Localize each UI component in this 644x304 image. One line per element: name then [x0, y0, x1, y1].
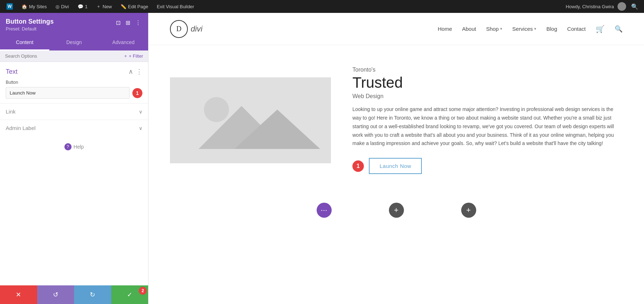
nav-services[interactable]: Services ▾: [512, 26, 537, 32]
search-options-input[interactable]: [5, 53, 121, 59]
nav-shop[interactable]: Shop ▾: [486, 26, 502, 32]
tab-design[interactable]: Design: [49, 35, 99, 50]
svg-point-3: [204, 97, 229, 122]
link-section-row[interactable]: Link ∨: [0, 103, 148, 120]
nav-home[interactable]: Home: [438, 26, 452, 32]
filter-button[interactable]: + + Filter: [124, 53, 143, 59]
panel-expand-btn[interactable]: ⊞: [124, 18, 132, 28]
launch-btn-wrapper: 1 Launch Now: [352, 158, 623, 174]
nav-shop-dropdown-icon: ▾: [500, 26, 502, 31]
admin-search-icon[interactable]: 🔍: [628, 3, 641, 10]
main-layout: Button Settings Preset: Default ⊡ ⊞ ⋮ Co…: [0, 13, 644, 304]
module-add-btn-2[interactable]: +: [461, 203, 476, 218]
button-text-input[interactable]: [6, 87, 130, 99]
admin-label-chevron-icon: ∨: [139, 125, 142, 131]
hero-subtitle: Toronto's: [352, 67, 623, 73]
panel-menu-btn[interactable]: ⋮: [134, 18, 142, 28]
save-button[interactable]: ✓ 2: [111, 285, 148, 304]
site-nav: Home About Shop ▾ Services ▾ Blog Contac: [438, 25, 623, 33]
undo-button[interactable]: ↺: [37, 285, 74, 304]
placeholder-svg: [170, 77, 331, 163]
link-section-label: Link: [6, 108, 16, 115]
panel-header: Button Settings Preset: Default ⊡ ⊞ ⋮: [0, 13, 148, 35]
module-toolbar: ··· + +: [148, 196, 644, 228]
left-panel: Button Settings Preset: Default ⊡ ⊞ ⋮ Co…: [0, 13, 148, 304]
hero-section: Toronto's Trusted Web Design Looking to …: [148, 45, 644, 196]
tab-content[interactable]: Content: [0, 35, 49, 50]
admin-bar-edit-page[interactable]: ✏️ Edit Page: [117, 0, 152, 13]
panel-header-wrapper: Button Settings Preset: Default ⊡ ⊞ ⋮ Co…: [0, 13, 148, 50]
button-input-wrapper: 1: [6, 87, 142, 99]
nav-contact-label: Contact: [567, 26, 586, 32]
help-section[interactable]: ? Help: [0, 136, 148, 158]
hero-title: Trusted: [352, 74, 623, 91]
nav-blog[interactable]: Blog: [546, 26, 557, 32]
nav-search-icon[interactable]: 🔍: [615, 25, 623, 33]
tab-advanced[interactable]: Advanced: [99, 35, 148, 50]
hero-badge: 1: [352, 160, 364, 172]
module-add-btn-1[interactable]: +: [389, 203, 404, 218]
nav-contact[interactable]: Contact: [567, 26, 586, 32]
panel-preset: Preset: Default: [6, 26, 54, 32]
text-section-controls: ∧ ⋮: [128, 68, 142, 76]
admin-bar-divi[interactable]: ◎ Divi: [52, 0, 73, 13]
avatar: [618, 2, 626, 11]
module-options-btn[interactable]: ···: [317, 203, 332, 218]
panel-tabs: Content Design Advanced: [0, 35, 148, 50]
button-field-group: Button 1: [0, 78, 148, 103]
nav-services-label: Services: [512, 26, 533, 32]
admin-bar-wp[interactable]: W: [3, 0, 16, 13]
help-icon: ?: [64, 143, 72, 150]
site-logo[interactable]: D divi: [170, 20, 203, 38]
text-section-title: Text: [6, 68, 18, 76]
text-menu-btn[interactable]: ⋮: [136, 68, 142, 76]
nav-services-dropdown-icon: ▾: [534, 26, 536, 31]
logo-circle: D: [170, 20, 188, 38]
bottom-action-bar: ✕ ↺ ↻ ✓ 2: [0, 285, 148, 304]
admin-bar-exit-vb[interactable]: Exit Visual Builder: [153, 0, 198, 13]
help-label: Help: [74, 144, 84, 150]
button-badge: 1: [132, 88, 142, 98]
text-section-header: Text ∧ ⋮: [0, 62, 148, 78]
admin-label-section-label: Admin Label: [6, 125, 35, 131]
close-button[interactable]: ✕: [0, 285, 37, 304]
launch-now-button[interactable]: Launch Now: [369, 158, 422, 174]
admin-bar-right: Howdy, Christina Gwira 🔍: [566, 2, 641, 11]
link-chevron-icon: ∨: [139, 109, 142, 115]
logo-text: divi: [191, 24, 203, 34]
filter-icon: +: [124, 53, 127, 59]
hero-tagline: Web Design: [352, 93, 623, 100]
admin-bar-my-sites[interactable]: 🏠 My Sites: [18, 0, 50, 13]
panel-title: Button Settings: [6, 18, 54, 25]
nav-blog-label: Blog: [546, 26, 557, 32]
hero-description: Looking to up your online game and attra…: [352, 105, 623, 148]
admin-label-section-row[interactable]: Admin Label ∨: [0, 120, 148, 136]
nav-shop-label: Shop: [486, 26, 499, 32]
search-options-bar: + + Filter: [0, 50, 148, 62]
save-badge: 2: [139, 287, 147, 295]
wordpress-icon: W: [6, 3, 13, 10]
redo-button[interactable]: ↻: [74, 285, 111, 304]
right-panel: D divi Home About Shop ▾ Services ▾: [148, 13, 644, 304]
nav-cart-icon[interactable]: 🛒: [596, 25, 605, 33]
site-header: D divi Home About Shop ▾ Services ▾: [148, 13, 644, 45]
panel-minimize-btn[interactable]: ⊡: [114, 18, 122, 28]
panel-content: Text ∧ ⋮ Button 1 Link ∨ Admin L: [0, 62, 148, 285]
hero-text: Toronto's Trusted Web Design Looking to …: [352, 67, 623, 174]
admin-bar-new[interactable]: ＋ New: [93, 0, 116, 13]
admin-bar: W 🏠 My Sites ◎ Divi 💬 1 ＋ New ✏️ Edit Pa…: [0, 0, 644, 13]
nav-about[interactable]: About: [462, 26, 476, 32]
admin-bar-comments[interactable]: 💬 1: [74, 0, 91, 13]
hero-image: [170, 77, 331, 163]
button-field-label: Button: [6, 80, 142, 85]
nav-about-label: About: [462, 26, 476, 32]
text-collapse-btn[interactable]: ∧: [128, 68, 133, 76]
nav-home-label: Home: [438, 26, 452, 32]
